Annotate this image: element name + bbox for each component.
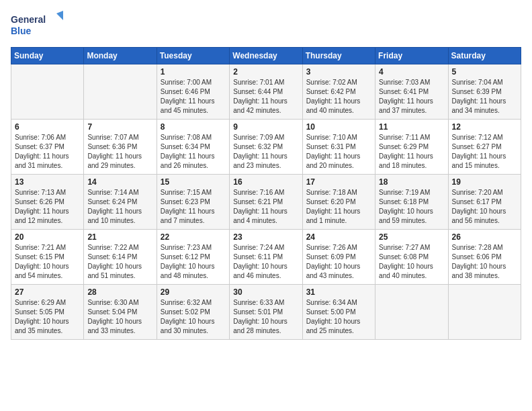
- day-detail: Sunrise: 7:20 AM Sunset: 6:17 PM Dayligh…: [452, 188, 517, 226]
- day-number: 21: [87, 232, 152, 242]
- day-detail: Sunrise: 7:19 AM Sunset: 6:18 PM Dayligh…: [379, 188, 444, 226]
- day-detail: Sunrise: 6:29 AM Sunset: 5:05 PM Dayligh…: [15, 298, 80, 336]
- day-detail: Sunrise: 7:15 AM Sunset: 6:23 PM Dayligh…: [161, 188, 226, 226]
- day-detail: Sunrise: 7:11 AM Sunset: 6:29 PM Dayligh…: [379, 133, 444, 171]
- calendar-cell: [84, 64, 157, 120]
- calendar-cell: 4Sunrise: 7:03 AM Sunset: 6:41 PM Daylig…: [375, 64, 448, 120]
- calendar-cell: 21Sunrise: 7:22 AM Sunset: 6:14 PM Dayli…: [84, 230, 157, 285]
- calendar-cell: 1Sunrise: 7:00 AM Sunset: 6:46 PM Daylig…: [157, 64, 229, 120]
- day-detail: Sunrise: 6:33 AM Sunset: 5:01 PM Dayligh…: [233, 298, 298, 336]
- calendar-cell: 22Sunrise: 7:23 AM Sunset: 6:12 PM Dayli…: [157, 230, 229, 285]
- calendar-cell: 2Sunrise: 7:01 AM Sunset: 6:44 PM Daylig…: [230, 64, 302, 120]
- day-number: 15: [161, 177, 226, 187]
- day-number: 17: [306, 177, 371, 187]
- day-number: 4: [379, 67, 444, 77]
- day-header-wednesday: Wednesday: [230, 48, 302, 64]
- day-detail: Sunrise: 7:21 AM Sunset: 6:15 PM Dayligh…: [15, 243, 80, 281]
- calendar-cell: 7Sunrise: 7:07 AM Sunset: 6:36 PM Daylig…: [84, 120, 157, 175]
- calendar-cell: 27Sunrise: 6:29 AM Sunset: 5:05 PM Dayli…: [11, 285, 84, 340]
- calendar-cell: 30Sunrise: 6:33 AM Sunset: 5:01 PM Dayli…: [230, 285, 302, 340]
- calendar-cell: [375, 285, 448, 340]
- day-header-tuesday: Tuesday: [157, 48, 229, 64]
- day-detail: Sunrise: 7:09 AM Sunset: 6:32 PM Dayligh…: [233, 133, 298, 171]
- svg-marker-2: [56, 11, 63, 20]
- logo: General Blue: [11, 11, 64, 39]
- day-detail: Sunrise: 7:22 AM Sunset: 6:14 PM Dayligh…: [87, 243, 152, 281]
- week-row-1: 1Sunrise: 7:00 AM Sunset: 6:46 PM Daylig…: [11, 64, 521, 120]
- calendar-cell: 20Sunrise: 7:21 AM Sunset: 6:15 PM Dayli…: [11, 230, 84, 285]
- day-detail: Sunrise: 6:32 AM Sunset: 5:02 PM Dayligh…: [161, 298, 226, 336]
- calendar-cell: 10Sunrise: 7:10 AM Sunset: 6:31 PM Dayli…: [302, 120, 375, 175]
- calendar-cell: 25Sunrise: 7:27 AM Sunset: 6:08 PM Dayli…: [375, 230, 448, 285]
- day-number: 11: [379, 122, 444, 132]
- calendar-cell: 6Sunrise: 7:06 AM Sunset: 6:37 PM Daylig…: [11, 120, 84, 175]
- day-number: 14: [87, 177, 152, 187]
- day-detail: Sunrise: 6:34 AM Sunset: 5:00 PM Dayligh…: [306, 298, 371, 336]
- day-detail: Sunrise: 7:10 AM Sunset: 6:31 PM Dayligh…: [306, 133, 371, 171]
- calendar-cell: 26Sunrise: 7:28 AM Sunset: 6:06 PM Dayli…: [448, 230, 521, 285]
- calendar-cell: 24Sunrise: 7:26 AM Sunset: 6:09 PM Dayli…: [302, 230, 375, 285]
- day-detail: Sunrise: 7:16 AM Sunset: 6:21 PM Dayligh…: [233, 188, 298, 226]
- day-detail: Sunrise: 7:28 AM Sunset: 6:06 PM Dayligh…: [452, 243, 517, 281]
- calendar-cell: 8Sunrise: 7:08 AM Sunset: 6:34 PM Daylig…: [157, 120, 229, 175]
- day-detail: Sunrise: 7:06 AM Sunset: 6:37 PM Dayligh…: [15, 133, 80, 171]
- calendar-cell: 23Sunrise: 7:24 AM Sunset: 6:11 PM Dayli…: [230, 230, 302, 285]
- day-number: 31: [306, 287, 371, 297]
- day-number: 10: [306, 122, 371, 132]
- calendar-cell: 28Sunrise: 6:30 AM Sunset: 5:04 PM Dayli…: [84, 285, 157, 340]
- day-number: 27: [15, 287, 80, 297]
- page-header: General Blue: [11, 11, 521, 39]
- day-number: 9: [233, 122, 298, 132]
- day-detail: Sunrise: 7:12 AM Sunset: 6:27 PM Dayligh…: [452, 133, 517, 171]
- day-header-thursday: Thursday: [302, 48, 375, 64]
- day-detail: Sunrise: 7:08 AM Sunset: 6:34 PM Dayligh…: [161, 133, 226, 171]
- calendar-cell: 31Sunrise: 6:34 AM Sunset: 5:00 PM Dayli…: [302, 285, 375, 340]
- day-detail: Sunrise: 7:13 AM Sunset: 6:26 PM Dayligh…: [15, 188, 80, 226]
- day-number: 30: [233, 287, 298, 297]
- calendar-cell: 18Sunrise: 7:19 AM Sunset: 6:18 PM Dayli…: [375, 175, 448, 230]
- day-header-monday: Monday: [84, 48, 157, 64]
- day-detail: Sunrise: 7:27 AM Sunset: 6:08 PM Dayligh…: [379, 243, 444, 281]
- day-number: 26: [452, 232, 517, 242]
- day-header-sunday: Sunday: [11, 48, 84, 64]
- day-number: 19: [452, 177, 517, 187]
- day-detail: Sunrise: 7:23 AM Sunset: 6:12 PM Dayligh…: [161, 243, 226, 281]
- day-number: 6: [15, 122, 80, 132]
- day-detail: Sunrise: 7:02 AM Sunset: 6:42 PM Dayligh…: [306, 78, 371, 116]
- day-detail: Sunrise: 6:30 AM Sunset: 5:04 PM Dayligh…: [87, 298, 152, 336]
- day-header-saturday: Saturday: [448, 48, 521, 64]
- calendar-cell: 19Sunrise: 7:20 AM Sunset: 6:17 PM Dayli…: [448, 175, 521, 230]
- day-number: 23: [233, 232, 298, 242]
- calendar-cell: [11, 64, 84, 120]
- day-detail: Sunrise: 7:04 AM Sunset: 6:39 PM Dayligh…: [452, 78, 517, 116]
- day-detail: Sunrise: 7:24 AM Sunset: 6:11 PM Dayligh…: [233, 243, 298, 281]
- day-number: 7: [87, 122, 152, 132]
- logo-svg: General Blue: [11, 11, 64, 39]
- calendar-cell: 9Sunrise: 7:09 AM Sunset: 6:32 PM Daylig…: [230, 120, 302, 175]
- day-detail: Sunrise: 7:03 AM Sunset: 6:41 PM Dayligh…: [379, 78, 444, 116]
- day-detail: Sunrise: 7:18 AM Sunset: 6:20 PM Dayligh…: [306, 188, 371, 226]
- day-number: 22: [161, 232, 226, 242]
- calendar-cell: 3Sunrise: 7:02 AM Sunset: 6:42 PM Daylig…: [302, 64, 375, 120]
- day-number: 24: [306, 232, 371, 242]
- day-header-friday: Friday: [375, 48, 448, 64]
- day-number: 12: [452, 122, 517, 132]
- calendar-cell: 11Sunrise: 7:11 AM Sunset: 6:29 PM Dayli…: [375, 120, 448, 175]
- day-detail: Sunrise: 7:07 AM Sunset: 6:36 PM Dayligh…: [87, 133, 152, 171]
- calendar-cell: 29Sunrise: 6:32 AM Sunset: 5:02 PM Dayli…: [157, 285, 229, 340]
- week-row-2: 6Sunrise: 7:06 AM Sunset: 6:37 PM Daylig…: [11, 120, 521, 175]
- calendar-cell: 16Sunrise: 7:16 AM Sunset: 6:21 PM Dayli…: [230, 175, 302, 230]
- header-row: SundayMondayTuesdayWednesdayThursdayFrid…: [11, 48, 521, 64]
- day-number: 5: [452, 67, 517, 77]
- day-detail: Sunrise: 7:26 AM Sunset: 6:09 PM Dayligh…: [306, 243, 371, 281]
- day-number: 25: [379, 232, 444, 242]
- day-number: 29: [161, 287, 226, 297]
- calendar-cell: [448, 285, 521, 340]
- svg-text:Blue: Blue: [11, 26, 32, 36]
- calendar-cell: 15Sunrise: 7:15 AM Sunset: 6:23 PM Dayli…: [157, 175, 229, 230]
- day-number: 20: [15, 232, 80, 242]
- calendar-cell: 13Sunrise: 7:13 AM Sunset: 6:26 PM Dayli…: [11, 175, 84, 230]
- svg-text:General: General: [11, 14, 46, 25]
- calendar-cell: 5Sunrise: 7:04 AM Sunset: 6:39 PM Daylig…: [448, 64, 521, 120]
- day-number: 16: [233, 177, 298, 187]
